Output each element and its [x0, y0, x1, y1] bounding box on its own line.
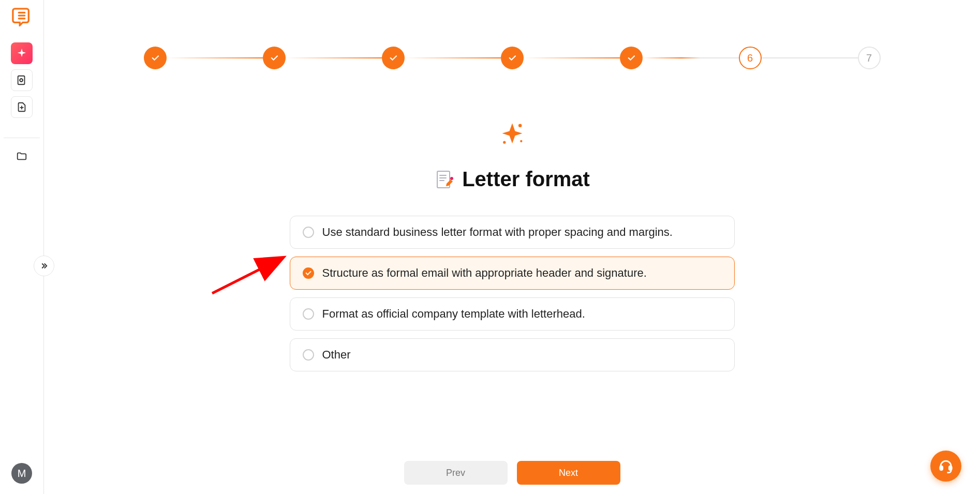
sparkle-icon [16, 48, 27, 59]
check-icon [151, 53, 160, 63]
check-icon [508, 53, 517, 63]
svg-point-2 [518, 124, 522, 127]
option-label: Other [322, 348, 351, 362]
step-4[interactable] [501, 47, 524, 69]
radio-icon [303, 227, 314, 238]
option-label: Use standard business letter format with… [322, 226, 673, 239]
logo-e-icon [12, 7, 32, 26]
gear-icon [16, 74, 27, 86]
check-icon [389, 53, 398, 63]
user-avatar[interactable]: M [11, 463, 32, 484]
svg-point-6 [450, 177, 453, 180]
radio-icon [303, 349, 314, 361]
svg-point-3 [503, 141, 506, 144]
form-content: Letter format Use standard business lett… [44, 121, 980, 371]
svg-point-4 [520, 140, 522, 142]
step-1[interactable] [144, 47, 167, 69]
document-edit-icon [434, 169, 455, 190]
progress-stepper: 6 7 [44, 0, 980, 69]
check-icon [270, 53, 279, 63]
headset-icon [938, 458, 954, 474]
button-label: Prev [446, 468, 465, 478]
main-content: 6 7 Letter format Use standar [44, 0, 980, 494]
folder-icon [16, 151, 27, 162]
step-connector [762, 57, 858, 58]
next-button[interactable]: Next [517, 461, 620, 485]
options-list: Use standard business letter format with… [290, 216, 735, 371]
svg-rect-10 [949, 466, 952, 470]
button-label: Next [559, 468, 578, 478]
nav-item-sparkle[interactable] [11, 42, 33, 64]
step-2[interactable] [263, 47, 286, 69]
chevron-double-right-icon [39, 261, 49, 271]
option-label: Structure as formal email with appropria… [322, 266, 647, 280]
nav-item-file[interactable] [11, 96, 33, 118]
check-icon [627, 53, 636, 63]
step-5[interactable] [620, 47, 643, 69]
option-company-template[interactable]: Format as official company template with… [290, 297, 735, 331]
page-title: Letter format [462, 168, 590, 191]
option-formal-email[interactable]: Structure as formal email with appropria… [290, 257, 735, 290]
app-logo[interactable] [11, 6, 32, 27]
sidebar-expand-toggle[interactable] [34, 256, 54, 276]
svg-rect-9 [940, 466, 943, 470]
radio-icon [303, 267, 314, 279]
sidebar-separator [4, 138, 40, 138]
radio-icon [303, 308, 314, 320]
option-other[interactable]: Other [290, 338, 735, 371]
wizard-nav: Prev Next [404, 461, 620, 485]
step-connector [167, 57, 263, 58]
file-add-icon [16, 101, 27, 113]
step-connector [286, 57, 382, 58]
option-standard-business[interactable]: Use standard business letter format with… [290, 216, 735, 249]
svg-rect-0 [18, 76, 25, 85]
step-connector [524, 57, 620, 58]
step-connector [405, 57, 501, 58]
step-number: 6 [747, 52, 753, 64]
avatar-letter: M [18, 468, 26, 480]
prev-button[interactable]: Prev [404, 461, 508, 485]
nav-item-folder[interactable] [11, 145, 33, 167]
sparkle-large-icon [499, 121, 526, 148]
page-title-row: Letter format [434, 168, 590, 191]
step-7: 7 [858, 47, 881, 69]
help-button[interactable] [930, 451, 961, 482]
nav-item-settings[interactable] [11, 69, 33, 91]
svg-point-1 [20, 79, 23, 82]
sidebar: M [0, 0, 44, 494]
step-3[interactable] [382, 47, 405, 69]
option-label: Format as official company template with… [322, 307, 585, 321]
step-number: 7 [866, 52, 872, 64]
step-connector [643, 57, 739, 58]
step-6[interactable]: 6 [739, 47, 762, 69]
